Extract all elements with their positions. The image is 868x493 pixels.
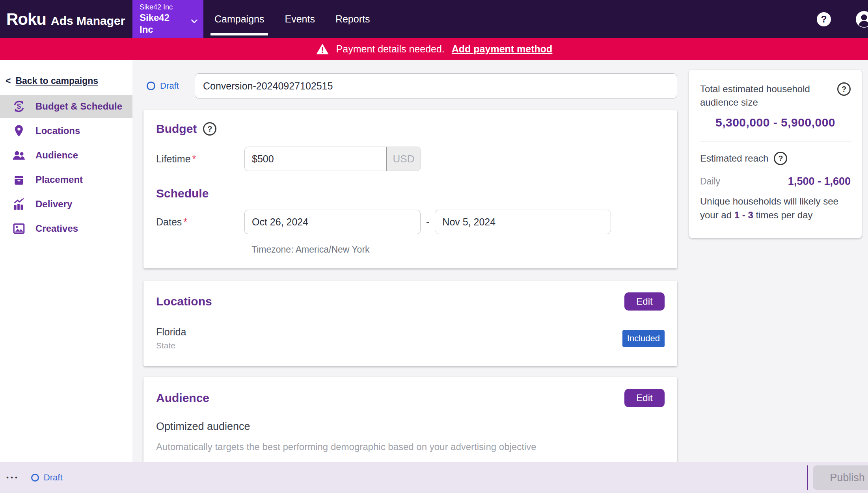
frequency-value: 1 - 3 bbox=[734, 210, 753, 220]
sidebar-item-creatives[interactable]: Creatives bbox=[0, 217, 132, 240]
account-label: Sike42 Inc bbox=[140, 3, 185, 12]
currency-suffix: USD bbox=[386, 147, 421, 171]
main-content: Draft Budget ? Lifetime* USD bbox=[132, 60, 868, 493]
edit-audience-button[interactable]: Edit bbox=[624, 389, 665, 407]
frequency-note: Unique households will likely see your a… bbox=[700, 195, 851, 222]
sidebar-item-placement[interactable]: Placement bbox=[0, 168, 132, 191]
nav-tab-campaigns[interactable]: Campaigns bbox=[214, 13, 265, 25]
sidebar: < Back to campaigns $ Budget & Sched bbox=[0, 60, 132, 493]
budget-heading: Budget bbox=[156, 122, 197, 136]
roku-logo: Roku bbox=[6, 10, 46, 29]
audience-name: Optimized audience bbox=[156, 420, 665, 433]
account-selector[interactable]: Sike42 Inc Sike42 Inc bbox=[132, 0, 203, 38]
footer-action-bar: ••• Draft Publish bbox=[0, 462, 868, 493]
audience-size-help-icon[interactable]: ? bbox=[837, 82, 851, 96]
add-payment-method-link[interactable]: Add payment method bbox=[452, 43, 553, 55]
required-marker: * bbox=[183, 216, 187, 227]
locations-card: Locations Edit Florida State Included bbox=[143, 281, 677, 366]
lifetime-label: Lifetime* bbox=[156, 153, 244, 165]
draft-status-badge: Draft bbox=[143, 81, 195, 91]
payment-alert-banner: Payment details needed. Add payment meth… bbox=[0, 38, 868, 60]
location-name: Florida bbox=[156, 326, 186, 338]
people-icon bbox=[12, 148, 26, 162]
sidebar-item-audience[interactable]: Audience bbox=[0, 144, 132, 167]
location-row: Florida State Included bbox=[156, 326, 665, 350]
bar-chart-icon bbox=[12, 197, 26, 211]
end-date-input[interactable] bbox=[435, 210, 611, 234]
sidebar-item-locations[interactable]: Locations bbox=[0, 119, 132, 142]
estimate-panel: Total estimated household audience size … bbox=[689, 70, 862, 238]
timezone-note: Timezone: America/New York bbox=[251, 244, 665, 255]
footer-divider bbox=[807, 465, 808, 490]
back-to-campaigns-link[interactable]: < Back to campaigns bbox=[0, 76, 132, 86]
footer-draft-badge: Draft bbox=[31, 473, 63, 483]
more-options-icon[interactable]: ••• bbox=[6, 474, 19, 482]
lifetime-budget-field: USD bbox=[244, 147, 421, 171]
status-circle-icon bbox=[147, 82, 155, 90]
budget-schedule-card: Budget ? Lifetime* USD Schedule bbox=[143, 110, 677, 268]
status-circle-icon bbox=[31, 474, 39, 482]
roku-ads-manager-app: Roku Ads Manager Sike42 Inc Sike42 Inc C… bbox=[0, 0, 868, 493]
daily-label: Daily bbox=[700, 176, 720, 187]
nav-tab-events[interactable]: Events bbox=[284, 13, 315, 25]
nav-tab-reports[interactable]: Reports bbox=[335, 13, 371, 25]
app-title: Ads Manager bbox=[51, 14, 125, 28]
audience-size-title: Total estimated household audience size bbox=[700, 82, 818, 109]
location-pin-icon bbox=[12, 124, 26, 138]
panel-divider bbox=[700, 141, 851, 141]
account-name: Sike42 Inc bbox=[140, 12, 185, 35]
sidebar-menu: $ Budget & Schedule Locations bbox=[0, 95, 132, 240]
profile-icon[interactable] bbox=[855, 11, 868, 28]
daily-reach-value: 1,500 - 1,600 bbox=[788, 175, 851, 188]
image-icon bbox=[12, 221, 26, 236]
help-icon[interactable]: ? bbox=[817, 12, 831, 26]
budget-refresh-icon: $ bbox=[12, 99, 26, 113]
back-chevron-icon: < bbox=[6, 76, 11, 86]
date-range-separator: - bbox=[426, 216, 429, 228]
dates-label: Dates* bbox=[156, 216, 244, 228]
location-type: State bbox=[156, 341, 186, 350]
banner-message: Payment details needed. bbox=[336, 43, 445, 55]
locations-heading: Locations bbox=[156, 295, 212, 308]
audience-description: Automatically targets the best performin… bbox=[156, 441, 665, 452]
warning-icon bbox=[316, 43, 329, 56]
app-logo: Roku Ads Manager bbox=[0, 10, 132, 29]
sidebar-item-delivery[interactable]: Delivery bbox=[0, 193, 132, 216]
archive-box-icon bbox=[12, 173, 26, 187]
start-date-input[interactable] bbox=[244, 210, 421, 234]
svg-text:$: $ bbox=[17, 102, 21, 110]
included-badge: Included bbox=[622, 330, 665, 347]
chevron-down-icon bbox=[189, 16, 199, 26]
top-navbar: Roku Ads Manager Sike42 Inc Sike42 Inc C… bbox=[0, 0, 868, 38]
campaign-name-input[interactable] bbox=[195, 73, 677, 99]
lifetime-budget-input[interactable] bbox=[245, 147, 386, 171]
audience-size-value: 5,300,000 - 5,900,000 bbox=[700, 116, 851, 129]
primary-nav: Campaigns Events Reports bbox=[214, 0, 371, 38]
estimated-reach-label: Estimated reach bbox=[700, 153, 768, 164]
sidebar-item-budget-schedule[interactable]: $ Budget & Schedule bbox=[0, 95, 132, 118]
publish-button[interactable]: Publish bbox=[813, 465, 868, 490]
edit-locations-button[interactable]: Edit bbox=[624, 292, 665, 311]
schedule-heading: Schedule bbox=[156, 187, 209, 200]
required-marker: * bbox=[192, 153, 196, 164]
budget-help-icon[interactable]: ? bbox=[203, 122, 216, 136]
audience-heading: Audience bbox=[156, 391, 209, 405]
estimated-reach-help-icon[interactable]: ? bbox=[774, 152, 787, 165]
